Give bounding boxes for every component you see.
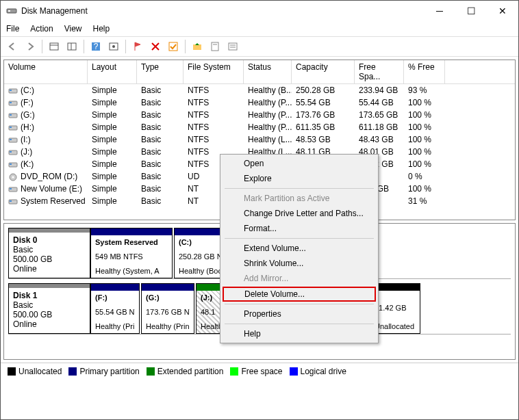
header-layout[interactable]: Layout [88, 60, 137, 83]
cell-free: 48.43 GB [355, 134, 404, 145]
app-icon [6, 5, 17, 16]
cell-status: Healthy (B... [244, 85, 292, 96]
svg-rect-26 [10, 139, 12, 140]
partition-status: Healthy (Pri [95, 322, 135, 330]
disk-info[interactable]: Disk 1Basic500.00 GBOnline [8, 283, 90, 334]
drive-icon [8, 124, 18, 132]
header-filesystem[interactable]: File System [183, 60, 244, 83]
volume-name: (I:) [21, 135, 31, 144]
cell-layout: Simple [88, 97, 137, 108]
cell-capacity: 55.54 GB [292, 97, 355, 108]
menu-item-mark-partition-as-active: Mark Partition as Active [222, 191, 377, 206]
cell-status: Healthy (P... [244, 122, 292, 133]
menu-item-extend-volume-[interactable]: Extend Volume... [222, 241, 377, 256]
close-button[interactable]: ✕ [487, 1, 518, 21]
svg-rect-14 [229, 43, 237, 50]
partition[interactable]: System Reserved549 MB NTFSHealthy (Syste… [90, 228, 173, 278]
drive-icon [8, 136, 18, 144]
menu-item-format-[interactable]: Format... [222, 221, 377, 236]
cell-layout: Simple [88, 134, 137, 145]
header-type[interactable]: Type [137, 60, 183, 83]
view2-icon[interactable] [64, 39, 79, 54]
cell-layout: Simple [88, 159, 137, 170]
cell-pct: 100 % [404, 159, 445, 170]
drive-icon [8, 173, 18, 181]
cell-free: 55.44 GB [355, 97, 404, 108]
header-volume[interactable]: Volume [4, 60, 88, 83]
partition[interactable]: (F:)55.54 GB NTHealthy (Pri [90, 283, 140, 334]
titlebar: Disk Management ─ ☐ ✕ [1, 1, 518, 21]
disk-name: Disk 1 [13, 291, 86, 300]
cell-pct: 100 % [404, 134, 445, 145]
partition-status: Healthy (System, A [95, 267, 168, 275]
menu-item-open[interactable]: Open [222, 156, 377, 171]
cell-type: Basic [137, 97, 183, 108]
delete-icon[interactable] [148, 39, 163, 54]
back-button[interactable] [5, 39, 20, 54]
list-icon[interactable] [225, 39, 240, 54]
partition-name: (G:) [146, 293, 190, 302]
window-title: Disk Management [21, 6, 424, 16]
cell-layout: Simple [88, 122, 137, 133]
table-row[interactable]: (I:)SimpleBasicNTFSHealthy (L...48.53 GB… [4, 133, 515, 146]
cell-type: Basic [137, 109, 183, 120]
cell-fs: NTFS [183, 134, 244, 145]
cell-fs: NTFS [183, 109, 244, 120]
menu-separator [225, 324, 374, 324]
cell-type: Basic [137, 146, 183, 157]
cell-capacity: 173.76 GB [292, 109, 355, 120]
forward-button[interactable] [23, 39, 38, 54]
menu-view[interactable]: View [64, 24, 82, 34]
menu-file[interactable]: File [6, 24, 19, 34]
legend-item: Extended partition [147, 367, 224, 376]
header-free[interactable]: Free Spa... [355, 60, 404, 83]
table-header: Volume Layout Type File System Status Ca… [4, 60, 515, 84]
menu-item-delete-volume-[interactable]: Delete Volume... [223, 287, 376, 302]
maximize-button[interactable]: ☐ [455, 1, 487, 21]
header-pctfree[interactable]: % Free [404, 60, 445, 83]
header-status[interactable]: Status [244, 60, 292, 83]
cell-status: Healthy (P... [244, 109, 292, 120]
partition-status: Unallocated [375, 322, 416, 330]
svg-rect-2 [50, 43, 58, 50]
menu-item-properties[interactable]: Properties [222, 306, 377, 321]
drive-icon [8, 198, 18, 206]
svg-rect-34 [10, 188, 12, 189]
table-row[interactable]: (C:)SimpleBasicNTFSHealthy (B...250.28 G… [4, 84, 515, 96]
menu-action[interactable]: Action [30, 24, 53, 34]
menu-separator [225, 238, 374, 239]
menu-item-add-mirror-: Add Mirror... [222, 271, 377, 286]
table-row[interactable]: (H:)SimpleBasicNTFSHealthy (P...611.35 G… [4, 121, 515, 133]
cell-pct: 100 % [404, 146, 445, 157]
menu-item-help[interactable]: Help [222, 326, 377, 341]
legend-item: Free space [230, 367, 282, 376]
menu-item-explore[interactable]: Explore [222, 171, 377, 186]
help-icon[interactable]: ? [88, 39, 103, 54]
cell-fs: NTFS [183, 85, 244, 96]
svg-point-32 [12, 176, 14, 178]
partition[interactable]: (G:)173.76 GB NTHealthy (Prin [141, 283, 194, 334]
folder-up-icon[interactable] [190, 39, 205, 54]
menu-item-change-drive-letter-and-paths-[interactable]: Change Drive Letter and Paths... [222, 206, 377, 221]
settings-icon[interactable] [106, 39, 121, 54]
properties-icon[interactable] [207, 39, 223, 54]
minimize-button[interactable]: ─ [424, 1, 455, 21]
header-capacity[interactable]: Capacity [292, 60, 355, 83]
table-row[interactable]: (F:)SimpleBasicNTFSHealthy (P...55.54 GB… [4, 96, 515, 109]
cell-fs: NTFS [183, 122, 244, 133]
table-row[interactable]: (G:)SimpleBasicNTFSHealthy (P...173.76 G… [4, 109, 515, 121]
cell-status: Healthy (L... [244, 134, 292, 145]
menu-item-shrink-volume-[interactable]: Shrink Volume... [222, 256, 377, 271]
cell-type: Basic [137, 196, 183, 207]
disk-info[interactable]: Disk 0Basic500.00 GBOnline [8, 228, 90, 278]
cell-type: Basic [137, 183, 183, 194]
cell-layout: Simple [88, 196, 137, 207]
view-icon[interactable] [47, 39, 62, 54]
flag-icon[interactable] [130, 39, 145, 54]
svg-rect-28 [10, 151, 12, 153]
partition-size: 549 MB NTFS [95, 252, 168, 261]
cell-layout: Simple [88, 183, 137, 194]
check-icon[interactable] [166, 39, 181, 54]
drive-icon [8, 99, 18, 107]
menu-help[interactable]: Help [93, 24, 110, 34]
